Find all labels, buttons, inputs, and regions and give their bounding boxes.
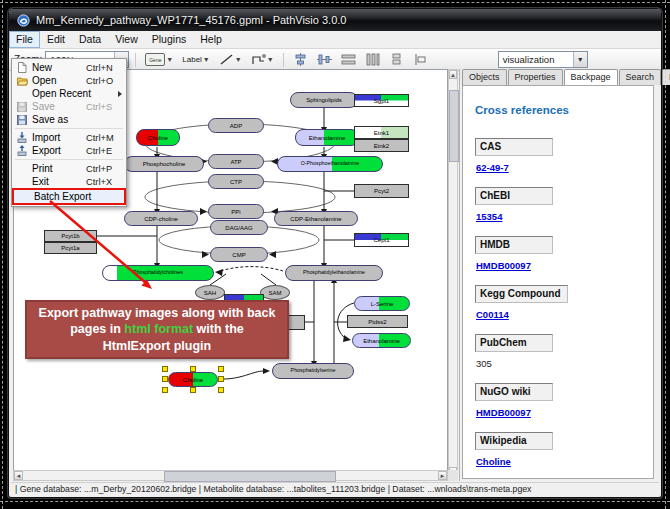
statusbar-text: | Gene database: ...m_Derby_20120602.bri…: [15, 484, 531, 494]
gene-datanode-tool[interactable]: Gene ▼: [142, 51, 176, 69]
canvas-vertical-scrollbar[interactable]: ▲ ▼: [448, 69, 458, 477]
selection-handle[interactable]: [162, 387, 168, 393]
menu-plugins[interactable]: Plugins: [145, 31, 193, 48]
ref-id-link[interactable]: Choline: [476, 456, 643, 467]
menu-item-open-recent[interactable]: Open Recent: [12, 87, 126, 100]
distribute-horizontal-button[interactable]: [338, 51, 359, 69]
canvas-horizontal-scrollbar[interactable]: ◄ ►: [13, 470, 448, 481]
selection-handle[interactable]: [218, 376, 224, 382]
gene-tool-caret-icon[interactable]: ▼: [166, 56, 173, 63]
node-sgpl1[interactable]: Sgpl1: [354, 94, 409, 107]
visualization-select[interactable]: visualization ▼: [498, 51, 588, 68]
backpage-content[interactable]: Cross references CAS 62-49-7 ChEBI 15354…: [462, 85, 654, 479]
node-adp[interactable]: ADP: [208, 118, 264, 133]
node-phosphatidylethanolamine[interactable]: Phosphatidylethanolamine: [285, 265, 383, 281]
horizontal-scroll-thumb[interactable]: [164, 471, 336, 482]
node-cdp-ethanolamine[interactable]: CDP-Ethanolamine: [274, 211, 358, 226]
label-tool-caret-icon[interactable]: ▼: [203, 56, 210, 63]
node-pcyt1a[interactable]: Pcyt1a: [44, 242, 97, 254]
scroll-left-icon[interactable]: ◄: [14, 471, 23, 480]
vertical-scroll-thumb[interactable]: [449, 90, 459, 162]
connector-tool[interactable]: ▼: [248, 51, 277, 69]
stack-vertical-button[interactable]: [386, 51, 407, 69]
selection-handle[interactable]: [190, 387, 196, 393]
menu-item-exit[interactable]: Exit Ctrl+X: [12, 175, 126, 188]
node-ctp[interactable]: CTP: [208, 174, 264, 189]
menu-item-save-as[interactable]: Save as: [12, 113, 126, 126]
node-atp[interactable]: ATP: [208, 154, 264, 169]
node-label: Phosphocholine: [143, 161, 186, 167]
node-phosphocholine[interactable]: Phosphocholine: [124, 156, 204, 172]
node-sam[interactable]: SAM: [260, 285, 290, 300]
node-choline-top[interactable]: Choline: [136, 129, 180, 146]
connector-tool-caret-icon[interactable]: ▼: [267, 56, 274, 63]
capture-marquee-top: [0, 2, 670, 3]
selection-handle[interactable]: [190, 366, 196, 372]
menu-item-import[interactable]: Import Ctrl+M: [12, 131, 126, 144]
label-tool[interactable]: Label ▼: [179, 51, 213, 69]
ref-id-link[interactable]: C00114: [476, 309, 643, 320]
highlighted-text: html format: [124, 322, 193, 336]
tab-properties[interactable]: Properties: [508, 69, 563, 85]
titlebar[interactable]: Mm_Kennedy_pathway_WP1771_45176.gpml - P…: [9, 9, 661, 31]
menu-data[interactable]: Data: [72, 31, 108, 48]
node-ethanolamine-bottom[interactable]: Ethanolamine: [352, 333, 411, 348]
node-ethanolamine-top[interactable]: Ethanolamine: [295, 129, 359, 146]
save-as-icon: [17, 115, 27, 125]
menu-item-print[interactable]: Print Ctrl+P: [12, 162, 126, 175]
node-etnk1[interactable]: Etnk1: [354, 126, 409, 139]
line-tool[interactable]: ▼: [216, 51, 245, 69]
tab-backpage[interactable]: Backpage: [564, 69, 618, 85]
tab-search[interactable]: Search: [619, 69, 662, 85]
node-cmp[interactable]: CMP: [210, 247, 268, 262]
ref-id-link[interactable]: HMDB00097: [476, 407, 643, 418]
menu-item-batch-export[interactable]: Batch Export: [14, 190, 124, 203]
menu-edit[interactable]: Edit: [40, 31, 72, 48]
menu-file[interactable]: File: [9, 31, 40, 48]
align-center-button[interactable]: [290, 51, 311, 69]
menu-item-export[interactable]: Export Ctrl+E: [12, 144, 126, 157]
menu-item-open[interactable]: Open Ctrl+O: [12, 74, 126, 87]
statusbar: | Gene database: ...m_Derby_20120602.bri…: [11, 482, 659, 495]
capture-marquee-left: [2, 0, 3, 509]
distribute-horizontal-icon: [341, 53, 356, 66]
ref-id-link[interactable]: 62-49-7: [476, 162, 643, 173]
node-gene-fragment[interactable]: [287, 315, 305, 330]
node-cdp-choline[interactable]: CDP-choline: [124, 211, 198, 226]
ref-section-cas: CAS 62-49-7: [475, 136, 643, 173]
menu-item-new[interactable]: New Ctrl+N: [12, 61, 126, 74]
pathvisio-window: Mm_Kennedy_pathway_WP1771_45176.gpml - P…: [8, 8, 662, 498]
scroll-up-icon[interactable]: ▲: [449, 70, 457, 79]
scroll-right-icon[interactable]: ►: [438, 471, 447, 480]
node-etnk2[interactable]: Etnk2: [354, 139, 409, 152]
selection-handle[interactable]: [218, 387, 224, 393]
node-cept1[interactable]: Cept1: [354, 233, 409, 247]
menu-help[interactable]: Help: [193, 31, 229, 48]
node-sphingolipids[interactable]: Sphingolipids: [290, 92, 358, 108]
node-phosphatidylcholines[interactable]: Phosphatidylcholines: [102, 265, 214, 281]
selection-handle[interactable]: [162, 366, 168, 372]
ref-id-link[interactable]: HMDB00097: [476, 260, 643, 271]
node-sah[interactable]: SAH: [195, 285, 225, 300]
selection-handle[interactable]: [162, 376, 168, 382]
node-pcyt2[interactable]: Pcyt2: [354, 184, 409, 198]
selection-handle[interactable]: [218, 366, 224, 372]
node-choline-selected[interactable]: Choline: [168, 372, 218, 387]
tab-objects[interactable]: Objects: [462, 69, 507, 85]
line-tool-caret-icon[interactable]: ▼: [235, 56, 242, 63]
stack-horizontal-button[interactable]: [410, 51, 431, 69]
node-phosphatidylserine[interactable]: Phosphatidylserine: [272, 363, 354, 379]
menu-view[interactable]: View: [108, 31, 145, 48]
visualization-caret-icon[interactable]: ▼: [573, 52, 587, 67]
tab-legend[interactable]: Legend: [662, 69, 670, 85]
ref-id-link[interactable]: 15354: [476, 211, 643, 222]
node-pcyt1b[interactable]: Pcyt1b: [44, 230, 97, 242]
selected-node-group[interactable]: Choline: [162, 366, 224, 393]
node-o-phosphoethanolamine[interactable]: O-Phosphoethanolamine: [277, 156, 383, 172]
node-ptdss2[interactable]: Ptdss2: [347, 315, 408, 328]
node-dag-aag[interactable]: DAG/AAG: [210, 220, 268, 235]
node-l-serine[interactable]: L-Serine: [354, 296, 410, 311]
align-middle-button[interactable]: [314, 51, 335, 69]
distribute-vertical-button[interactable]: [362, 51, 383, 69]
node-ppi[interactable]: PPi: [208, 204, 264, 219]
